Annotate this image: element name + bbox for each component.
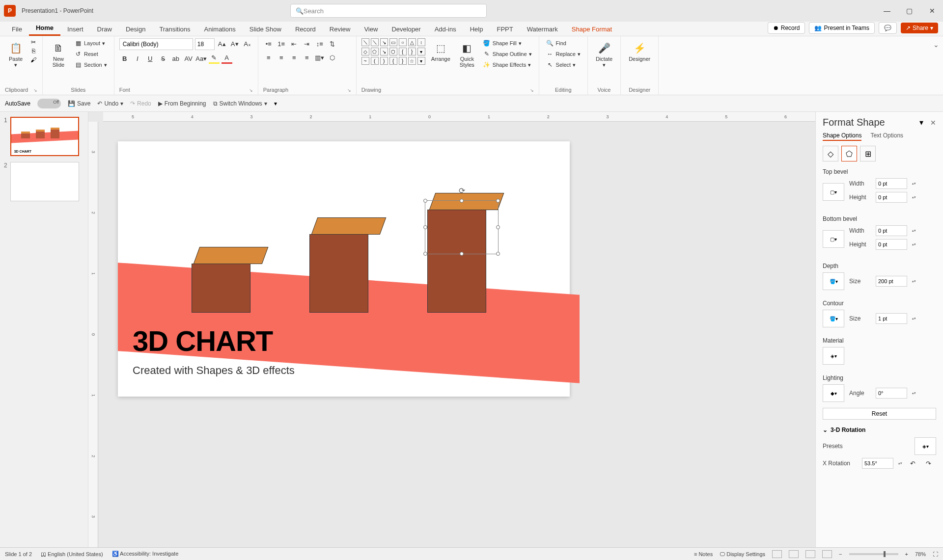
switch-windows-button[interactable]: ⧉Switch Windows ▾ — [213, 100, 267, 107]
underline-button[interactable]: U — [145, 53, 156, 64]
shadow-button[interactable]: ab — [170, 53, 181, 64]
resize-handle-tl[interactable] — [423, 199, 427, 203]
paste-button[interactable]: 📋 Paste ▾ — [5, 38, 27, 70]
font-dialog-launcher[interactable]: ↘ — [249, 88, 253, 93]
smartart-button[interactable]: ⬡ — [327, 52, 338, 63]
tab-slideshow[interactable]: Slide Show — [243, 23, 288, 36]
bottom-bevel-picker[interactable]: ▢▾ — [823, 230, 844, 248]
selection-outline[interactable]: ⟳ — [425, 200, 499, 254]
tab-shape-format[interactable]: Shape Format — [565, 23, 619, 36]
spinner[interactable]: ▴▾ — [898, 461, 902, 465]
share-button[interactable]: ↗Share ▾ — [901, 23, 938, 33]
arrange-button[interactable]: ⬚Arrange — [428, 38, 453, 64]
fill-line-tab-icon[interactable]: ◇ — [823, 146, 838, 161]
maximize-button[interactable]: ▢ — [903, 7, 916, 15]
size-properties-tab-icon[interactable]: ⊞ — [860, 146, 876, 161]
tab-home[interactable]: Home — [29, 21, 60, 36]
display-settings-button[interactable]: 🖵 Display Settings — [720, 551, 765, 557]
zoom-out-button[interactable]: − — [839, 551, 842, 557]
spinner[interactable]: ▴▾ — [912, 279, 916, 283]
slide-subtitle[interactable]: Created with Shapes & 3D effects — [133, 364, 295, 377]
rotate-handle[interactable]: ⟳ — [459, 186, 465, 195]
section-button[interactable]: ▤Section ▾ — [72, 60, 109, 70]
comments-button[interactable]: 💬 — [879, 22, 897, 34]
resize-handle-br[interactable] — [496, 252, 500, 256]
tab-file[interactable]: File — [5, 23, 29, 36]
save-button[interactable]: 💾Save — [68, 100, 90, 107]
bottom-bevel-height-input[interactable] — [876, 239, 907, 250]
spinner[interactable]: ▴▾ — [912, 242, 916, 246]
find-button[interactable]: 🔍Find — [544, 38, 582, 48]
font-name-input[interactable] — [119, 38, 193, 50]
accessibility-status[interactable]: ♿ Accessibility: Investigate — [112, 551, 179, 557]
tab-help[interactable]: Help — [463, 23, 490, 36]
resize-handle-ml[interactable] — [423, 225, 427, 229]
designer-button[interactable]: ⚡Designer — [626, 38, 653, 64]
reading-view-button[interactable] — [805, 550, 815, 558]
new-slide-button[interactable]: 🗎 New Slide — [48, 38, 69, 70]
zoom-in-button[interactable]: + — [905, 551, 908, 557]
font-size-input[interactable] — [195, 38, 215, 50]
thumbnail-slide-1[interactable]: 3D CHART — [10, 117, 79, 156]
spinner[interactable]: ▴▾ — [912, 317, 916, 320]
rotate-left-button[interactable]: ↶ — [907, 458, 918, 469]
tab-view[interactable]: View — [357, 23, 385, 36]
tab-shape-options[interactable]: Shape Options — [823, 132, 861, 141]
dictate-button[interactable]: 🎤Dictate▾ — [593, 38, 615, 70]
bullets-button[interactable]: •≡ — [263, 38, 274, 49]
material-picker[interactable]: ◈▾ — [823, 347, 844, 365]
3d-rotation-section[interactable]: ⌄3-D Rotation — [823, 427, 936, 433]
increase-indent-button[interactable]: ⇥ — [302, 38, 312, 49]
columns-button[interactable]: ▥▾ — [314, 52, 325, 63]
lighting-angle-input[interactable] — [876, 388, 907, 399]
spinner[interactable]: ▴▾ — [912, 195, 916, 199]
cut-button[interactable]: ✂ — [29, 38, 37, 46]
select-button[interactable]: ↖Select ▾ — [544, 60, 582, 70]
slide-counter[interactable]: Slide 1 of 2 — [5, 551, 32, 557]
copy-button[interactable]: ⎘ — [29, 47, 37, 55]
shapes-gallery[interactable]: ＼＼↘▭○△↕ ◇⬠↘⬡{}▾ ~(){}☆▾ — [361, 38, 425, 65]
shape-fill-button[interactable]: 🪣Shape Fill ▾ — [481, 38, 534, 48]
align-left-button[interactable]: ≡ — [263, 52, 274, 63]
tab-record[interactable]: Record — [288, 23, 323, 36]
tab-draw[interactable]: Draw — [90, 23, 119, 36]
slide-canvas[interactable]: 543210123456 3210123 ⟳ — [88, 112, 815, 547]
language-status[interactable]: 🕮 English (United States) — [41, 551, 103, 557]
fit-to-window-button[interactable]: ⛶ — [933, 551, 938, 557]
top-bevel-width-input[interactable] — [876, 178, 907, 189]
contour-color-picker[interactable]: 🪣▾ — [823, 310, 844, 327]
align-center-button[interactable]: ≡ — [276, 52, 287, 63]
chart-bar-1[interactable] — [192, 247, 265, 313]
replace-button[interactable]: ↔Replace ▾ — [544, 49, 582, 59]
autosave-toggle[interactable] — [37, 99, 61, 108]
lighting-picker[interactable]: ◆▾ — [823, 384, 844, 402]
minimize-button[interactable]: — — [880, 7, 894, 15]
top-bevel-height-input[interactable] — [876, 192, 907, 203]
layout-button[interactable]: ▦Layout ▾ — [72, 38, 109, 48]
quick-styles-button[interactable]: ◧Quick Styles — [456, 38, 478, 70]
vertical-scrollbar[interactable] — [805, 122, 813, 547]
reset-button[interactable]: ↺Reset — [72, 49, 109, 59]
drawing-dialog-launcher[interactable]: ↘ — [530, 88, 534, 93]
line-spacing-button[interactable]: ↕≡ — [314, 38, 325, 49]
present-teams-button[interactable]: 👥Present in Teams — [809, 22, 875, 34]
paragraph-dialog-launcher[interactable]: ↘ — [347, 88, 351, 93]
record-button[interactable]: ⏺Record — [768, 22, 805, 34]
tab-text-options[interactable]: Text Options — [870, 132, 903, 141]
tab-design[interactable]: Design — [119, 23, 152, 36]
zoom-slider[interactable] — [849, 553, 898, 555]
clear-formatting-button[interactable]: Aₓ — [242, 38, 253, 49]
tab-addins[interactable]: Add-ins — [428, 23, 463, 36]
depth-size-input[interactable] — [876, 276, 907, 287]
search-box[interactable]: 🔍 Search — [290, 4, 487, 18]
pane-dropdown-button[interactable]: ▾ — [919, 118, 923, 127]
top-bevel-picker[interactable]: ▢▾ — [823, 183, 844, 201]
resize-handle-tm[interactable] — [460, 199, 464, 203]
depth-color-picker[interactable]: 🪣▾ — [823, 272, 844, 290]
undo-button[interactable]: ↶Undo ▾ — [97, 100, 123, 107]
tab-transitions[interactable]: Transitions — [152, 23, 197, 36]
resize-handle-tr[interactable] — [496, 199, 500, 203]
close-button[interactable]: ✕ — [925, 7, 939, 15]
bold-button[interactable]: B — [119, 53, 130, 64]
tab-insert[interactable]: Insert — [60, 23, 90, 36]
